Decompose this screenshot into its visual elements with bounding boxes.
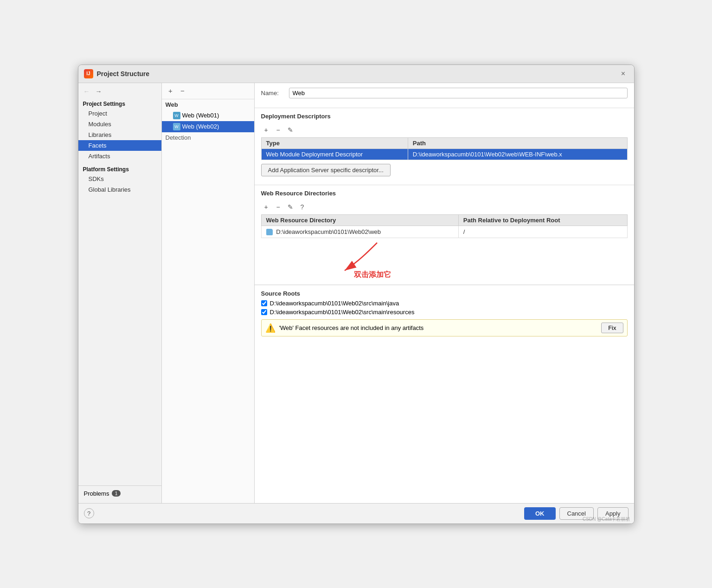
row-type: Web Module Deployment Descriptor bbox=[261, 149, 408, 160]
dialog-title: Project Structure bbox=[97, 70, 150, 78]
title-bar-left: IJ Project Structure bbox=[84, 69, 150, 78]
tree-remove-button[interactable]: − bbox=[178, 86, 188, 96]
sidebar-item-facets[interactable]: Facets bbox=[78, 140, 161, 151]
name-section: Name: bbox=[255, 83, 634, 108]
back-arrow[interactable]: ← bbox=[82, 87, 91, 96]
tree-toolbar: + − bbox=[162, 83, 254, 99]
web-resource-title: Web Resource Directories bbox=[261, 190, 628, 197]
tree-panel: + − Web W Web (Web01) W Web (Web02) Dete… bbox=[162, 83, 255, 503]
sidebar-item-artifacts[interactable]: Artifacts bbox=[78, 151, 161, 162]
tree-child-web01[interactable]: W Web (Web01) bbox=[162, 110, 254, 121]
col-path: Path bbox=[408, 137, 627, 149]
project-settings-header: Project Settings bbox=[78, 98, 161, 108]
source-roots-section: Source Roots D:\ideaworkspacumb\0101\Web… bbox=[255, 285, 634, 341]
sidebar-item-modules[interactable]: Modules bbox=[78, 119, 161, 129]
annotation-text: 双击添加它 bbox=[354, 270, 391, 280]
deployment-table-toolbar: + − ✎ bbox=[261, 123, 628, 137]
res-table: Web Resource Directory Path Relative to … bbox=[261, 214, 628, 239]
res-row-path: / bbox=[458, 226, 627, 238]
res-edit-button[interactable]: ✎ bbox=[285, 202, 295, 212]
problems-item[interactable]: Problems 1 bbox=[82, 489, 122, 498]
sidebar: ← → Project Settings Project Modules Lib… bbox=[78, 83, 162, 503]
watermark: CSDN @Cata卡若朋朋 bbox=[583, 516, 630, 523]
help-button[interactable]: ? bbox=[84, 508, 94, 518]
source-root-row-0: D:\ideaworkspacumb\0101\Web02\src\main\j… bbox=[261, 300, 628, 307]
res-help-button[interactable]: ? bbox=[297, 202, 308, 212]
sidebar-item-libraries[interactable]: Libraries bbox=[78, 129, 161, 140]
col-type: Type bbox=[261, 137, 408, 149]
res-remove-button[interactable]: − bbox=[273, 202, 283, 212]
detection-label: Detection bbox=[166, 134, 191, 141]
deployment-title: Deployment Descriptors bbox=[261, 113, 628, 120]
deployment-section: Deployment Descriptors + − ✎ Type Path bbox=[255, 108, 634, 185]
dd-add-button[interactable]: + bbox=[261, 125, 271, 135]
name-label: Name: bbox=[261, 90, 284, 97]
table-row[interactable]: Web Module Deployment Descriptor D:\idea… bbox=[261, 149, 627, 160]
sidebar-item-global-libraries[interactable]: Global Libraries bbox=[78, 184, 161, 195]
tree-parent-label: Web bbox=[166, 101, 178, 108]
bottom-bar: ? OK Cancel Apply CSDN @Cata卡若朋朋 bbox=[78, 503, 634, 523]
dd-edit-button[interactable]: ✎ bbox=[285, 125, 295, 135]
web-resource-section: Web Resource Directories + − ✎ ? Web Res… bbox=[255, 185, 634, 285]
web-icon-01: W bbox=[173, 112, 180, 119]
title-bar: IJ Project Structure × bbox=[78, 65, 634, 83]
name-input[interactable] bbox=[289, 88, 628, 98]
source-root-path-0: D:\ideaworkspacumb\0101\Web02\src\main\j… bbox=[270, 300, 399, 307]
sidebar-item-sdks[interactable]: SDKs bbox=[78, 174, 161, 184]
sidebar-item-project[interactable]: Project bbox=[78, 108, 161, 119]
tree-child-web02[interactable]: W Web (Web02) bbox=[162, 121, 254, 132]
sidebar-nav: ← → bbox=[78, 85, 161, 98]
main-panel: Name: Deployment Descriptors + − ✎ Type bbox=[255, 83, 634, 503]
app-icon: IJ bbox=[84, 69, 93, 78]
web-icon-02: W bbox=[173, 123, 180, 130]
add-descriptor-button[interactable]: Add Application Server specific descript… bbox=[261, 164, 391, 176]
tree-detection[interactable]: Detection bbox=[162, 132, 254, 143]
tree-child-label-web02: Web (Web02) bbox=[182, 123, 219, 130]
tree-parent-web[interactable]: Web bbox=[162, 99, 254, 110]
res-col-path: Path Relative to Deployment Root bbox=[458, 214, 627, 226]
source-root-checkbox-1[interactable] bbox=[261, 309, 267, 315]
forward-arrow[interactable]: → bbox=[94, 87, 103, 96]
res-table-toolbar: + − ✎ ? bbox=[261, 200, 628, 214]
source-root-row-1: D:\ideaworkspacumb\0101\Web02\src\main\r… bbox=[261, 309, 628, 316]
tree-child-label-web01: Web (Web01) bbox=[182, 112, 219, 119]
problems-label: Problems bbox=[84, 490, 109, 497]
problems-badge: 1 bbox=[112, 490, 120, 497]
source-root-checkbox-0[interactable] bbox=[261, 300, 267, 306]
content-area: ← → Project Settings Project Modules Lib… bbox=[78, 83, 634, 503]
res-row-directory: D:\ideaworkspacumb\0101\Web02\web bbox=[261, 226, 458, 238]
annotation-area: 双击添加它 bbox=[261, 238, 628, 284]
res-col-directory: Web Resource Directory bbox=[261, 214, 458, 226]
warning-icon: ⚠️ bbox=[265, 323, 276, 333]
fix-button[interactable]: Fix bbox=[601, 323, 623, 333]
close-button[interactable]: × bbox=[618, 69, 629, 79]
folder-icon bbox=[266, 229, 273, 235]
source-roots-title: Source Roots bbox=[261, 290, 628, 297]
warning-row: ⚠️ 'Web' Facet resources are not include… bbox=[261, 319, 628, 336]
platform-settings-header: Platform Settings bbox=[78, 162, 161, 174]
ok-button[interactable]: OK bbox=[524, 507, 556, 520]
sidebar-bottom: Problems 1 bbox=[78, 485, 161, 501]
project-structure-dialog: IJ Project Structure × ← → Project Setti… bbox=[78, 65, 635, 524]
row-path: D:\ideaworkspacumb\0101\Web02\web\WEB-IN… bbox=[408, 149, 627, 160]
deployment-table: Type Path Web Module Deployment Descript… bbox=[261, 137, 628, 160]
res-add-button[interactable]: + bbox=[261, 202, 271, 212]
dd-remove-button[interactable]: − bbox=[273, 125, 283, 135]
res-table-row[interactable]: D:\ideaworkspacumb\0101\Web02\web / bbox=[261, 226, 627, 238]
name-field-row: Name: bbox=[261, 88, 628, 98]
source-root-path-1: D:\ideaworkspacumb\0101\Web02\src\main\r… bbox=[270, 309, 415, 316]
tree-add-button[interactable]: + bbox=[166, 86, 176, 96]
warning-text: 'Web' Facet resources are not included i… bbox=[279, 324, 424, 331]
